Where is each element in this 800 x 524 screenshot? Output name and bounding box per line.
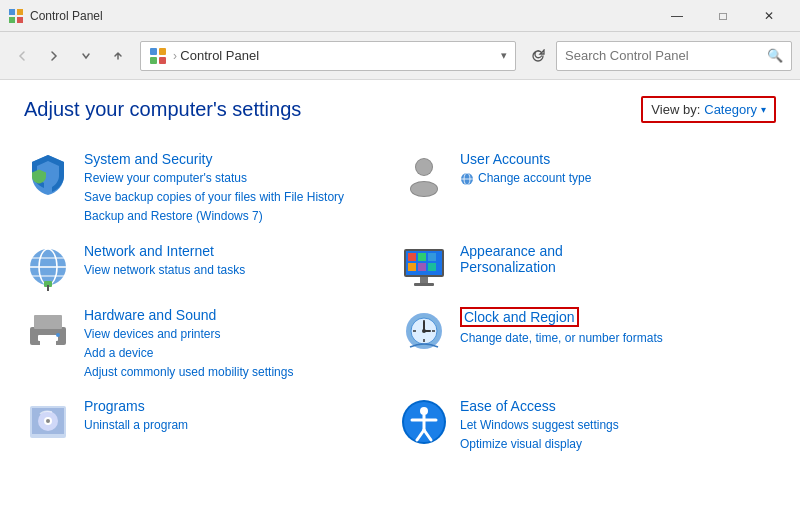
svg-point-51 xyxy=(46,419,50,423)
ease-access-content: Ease of Access Let Windows suggest setti… xyxy=(460,398,764,454)
hardware-content: Hardware and Sound View devices and prin… xyxy=(84,307,388,383)
system-security-content: System and Security Review your computer… xyxy=(84,151,388,227)
appearance-icon xyxy=(400,243,448,291)
refresh-button[interactable] xyxy=(524,42,552,70)
category-user-accounts: User Accounts Change account type xyxy=(400,143,776,235)
clock-region-content: Clock and Region Change date, time, or n… xyxy=(460,307,764,348)
hardware-link-3[interactable]: Adjust commonly used mobility settings xyxy=(84,363,388,382)
svg-rect-25 xyxy=(418,253,426,261)
network-name[interactable]: Network and Internet xyxy=(84,243,388,259)
svg-rect-31 xyxy=(414,283,434,286)
programs-content: Programs Uninstall a program xyxy=(84,398,388,435)
user-accounts-content: User Accounts Change account type xyxy=(460,151,764,188)
programs-icon xyxy=(24,398,72,446)
svg-rect-5 xyxy=(159,48,166,55)
programs-link-1[interactable]: Uninstall a program xyxy=(84,416,388,435)
svg-point-46 xyxy=(422,329,426,333)
svg-rect-1 xyxy=(17,9,23,15)
view-by-value[interactable]: Category xyxy=(704,102,757,117)
close-button[interactable]: ✕ xyxy=(746,0,792,32)
network-link-1[interactable]: View network status and tasks xyxy=(84,261,388,280)
programs-name[interactable]: Programs xyxy=(84,398,388,414)
change-account-globe-icon xyxy=(460,172,474,186)
navbar: › Control Panel ▾ 🔍 xyxy=(0,32,800,80)
svg-rect-30 xyxy=(420,277,428,283)
chevron-down-icon xyxy=(81,51,91,61)
categories-grid: System and Security Review your computer… xyxy=(24,143,776,463)
appearance-content: Appearance andPersonalization xyxy=(460,243,764,277)
address-icon xyxy=(149,47,167,65)
svg-point-10 xyxy=(416,159,432,175)
view-by-arrow-icon[interactable]: ▾ xyxy=(761,104,766,115)
search-icon: 🔍 xyxy=(767,48,783,63)
back-icon xyxy=(16,50,28,62)
hardware-link-1[interactable]: View devices and printers xyxy=(84,325,388,344)
recent-button[interactable] xyxy=(72,42,100,70)
svg-rect-35 xyxy=(40,339,56,349)
hardware-name[interactable]: Hardware and Sound xyxy=(84,307,388,323)
network-content: Network and Internet View network status… xyxy=(84,243,388,280)
svg-rect-4 xyxy=(150,48,157,55)
titlebar: Control Panel — □ ✕ xyxy=(0,0,800,32)
main-content: Adjust your computer's settings View by:… xyxy=(0,80,800,479)
titlebar-buttons: — □ ✕ xyxy=(654,0,792,32)
svg-rect-28 xyxy=(418,263,426,271)
svg-rect-2 xyxy=(9,17,15,23)
system-security-link-3[interactable]: Backup and Restore (Windows 7) xyxy=(84,207,388,226)
svg-rect-33 xyxy=(34,315,62,329)
minimize-button[interactable]: — xyxy=(654,0,700,32)
svg-point-36 xyxy=(56,333,60,337)
system-security-link-1[interactable]: Review your computer's status xyxy=(84,169,388,188)
ease-access-name[interactable]: Ease of Access xyxy=(460,398,764,414)
titlebar-title: Control Panel xyxy=(30,9,654,23)
svg-rect-0 xyxy=(9,9,15,15)
view-by-selector[interactable]: View by: Category ▾ xyxy=(641,96,776,123)
titlebar-icon xyxy=(8,8,24,24)
address-path: › Control Panel xyxy=(173,48,501,63)
ease-access-icon xyxy=(400,398,448,446)
svg-rect-3 xyxy=(17,17,23,23)
category-hardware: Hardware and Sound View devices and prin… xyxy=(24,299,400,391)
category-network: Network and Internet View network status… xyxy=(24,235,400,299)
address-bar[interactable]: › Control Panel ▾ xyxy=(140,41,516,71)
address-dropdown-icon[interactable]: ▾ xyxy=(501,49,507,62)
refresh-icon xyxy=(531,49,545,63)
category-clock-region: Clock and Region Change date, time, or n… xyxy=(400,299,776,391)
hardware-link-2[interactable]: Add a device xyxy=(84,344,388,363)
hardware-icon xyxy=(24,307,72,355)
svg-rect-24 xyxy=(408,253,416,261)
svg-rect-26 xyxy=(428,253,436,261)
page-title: Adjust your computer's settings xyxy=(24,98,301,121)
system-security-name[interactable]: System and Security xyxy=(84,151,388,167)
category-appearance: Appearance andPersonalization xyxy=(400,235,776,299)
forward-button[interactable] xyxy=(40,42,68,70)
system-security-link-2[interactable]: Save backup copies of your files with Fi… xyxy=(84,188,388,207)
svg-rect-29 xyxy=(428,263,436,271)
category-ease-access: Ease of Access Let Windows suggest setti… xyxy=(400,390,776,462)
ease-access-link-2[interactable]: Optimize visual display xyxy=(460,435,764,454)
clock-region-name[interactable]: Clock and Region xyxy=(460,307,579,327)
clock-region-link-1[interactable]: Change date, time, or number formats xyxy=(460,329,764,348)
forward-icon xyxy=(48,50,60,62)
category-programs: Programs Uninstall a program xyxy=(24,390,400,462)
svg-rect-7 xyxy=(159,57,166,64)
search-bar[interactable]: 🔍 xyxy=(556,41,792,71)
network-icon xyxy=(24,243,72,291)
user-accounts-icon xyxy=(400,151,448,199)
svg-rect-6 xyxy=(150,57,157,64)
page-header: Adjust your computer's settings View by:… xyxy=(24,96,776,123)
user-accounts-link-1[interactable]: Change account type xyxy=(478,169,591,188)
view-by-label: View by: xyxy=(651,102,700,117)
svg-rect-27 xyxy=(408,263,416,271)
svg-point-11 xyxy=(411,182,437,196)
category-system-security: System and Security Review your computer… xyxy=(24,143,400,235)
search-input[interactable] xyxy=(565,48,767,63)
maximize-button[interactable]: □ xyxy=(700,0,746,32)
ease-access-link-1[interactable]: Let Windows suggest settings xyxy=(460,416,764,435)
appearance-name[interactable]: Appearance andPersonalization xyxy=(460,243,764,275)
back-button[interactable] xyxy=(8,42,36,70)
user-accounts-name[interactable]: User Accounts xyxy=(460,151,764,167)
up-button[interactable] xyxy=(104,42,132,70)
system-security-icon xyxy=(24,151,72,199)
up-icon xyxy=(112,50,124,62)
